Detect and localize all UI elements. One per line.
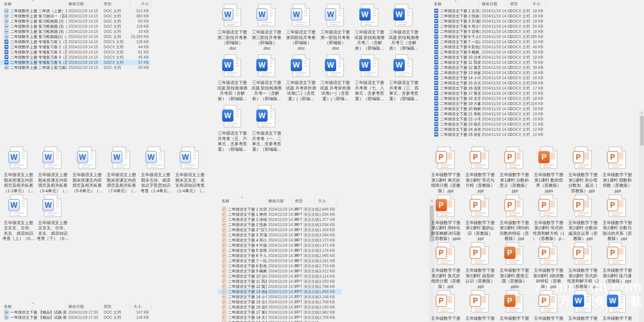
- file-row[interactable]: W二年级语文下册 21 青蛙卖泥塘 类文阅...2024/11/19 14:33…: [431, 111, 545, 117]
- file-icon-item[interactable]: W五年级语文上册 期末文言文、名 言俗语知识考查 （1-4单元）（...: [174, 146, 206, 169]
- file-icon-item[interactable]: W五年级语文上册 期末按课文内容 填空及相关拓展 （3-4单元）（...: [37, 146, 69, 169]
- file-row[interactable]: W二年级语文下册 24 当世界年纪还小的...2024/11/19 14:33D…: [431, 127, 545, 132]
- file-row[interactable]: W一年级语文下册 【精品】试题-第二单元...2024/11/19 17:33D…: [0, 315, 150, 320]
- column-header-name[interactable]: 名称: [222, 198, 229, 204]
- file-row[interactable]: W二年级数学上册 专项复习卷 4（苏教...2024/11/19 14:15DO…: [0, 55, 150, 60]
- file-icon-item[interactable]: P五年级数学下册 第3课时 3的倍数 的特征（苏教 版）.ppt: [533, 242, 565, 265]
- file-icon-item[interactable]: P五年级数学下册 第1课时 圆的认 识（苏教版） .ppt: [464, 194, 497, 217]
- file-icon-item[interactable]: P五年级数学下册 第1课时 因数和 倍数（苏教版） .ppt: [601, 146, 634, 169]
- file-row[interactable]: W二年级语文下册 11 我是一只小虫子 类...2024/11/19 14:33…: [431, 60, 545, 65]
- file-icon-item[interactable]: W三年级语文下册 第二阶段月考卷 （部编版） .doc: [216, 3, 249, 26]
- file-icon-item[interactable]: P五年级数学下册 第1课时 异分母 分数加、减法（ 苏教版）.ppt: [567, 146, 599, 169]
- file-row[interactable]: P二年级语文下册 2 传统节日（统编版）....2024/11/19 14:36…: [218, 217, 341, 222]
- file-row[interactable]: W一年级语文下册 【精品】试题-第八单元...2024/11/19 17:33D…: [0, 310, 150, 315]
- file-row[interactable]: W二年级语文下册 7 一匹出色的马 类文...2024/11/19 14:33D…: [431, 39, 545, 44]
- column-header-date-modified[interactable]: 修改日期: [268, 198, 284, 204]
- file-row[interactable]: W二年级语文下册 15 古诗二首 类文阅读...2024/11/19 14:33…: [431, 80, 545, 86]
- file-icon-item[interactable]: P五年级数学下册 第1课时 等式与 方程（苏教版） .ppt: [464, 146, 497, 169]
- file-row[interactable]: P二年级语文下册 14 小马过河（统编版...2024/11/19 14:37P…: [218, 294, 341, 299]
- file-row[interactable]: W二年级语文下册 1 古诗二首 类文阅读...2024/11/19 14:33D…: [431, 8, 545, 14]
- column-header-date-modified[interactable]: 修改日期: [68, 304, 84, 309]
- file-icon-item[interactable]: P五年级数学下册 第2课时 2和5的 倍数的特征（苏 教版）.ppt: [498, 194, 531, 217]
- column-header-date-modified[interactable]: 修改日期: [68, 1, 84, 6]
- file-row[interactable]: P二年级语文下册 19 大象的耳朵（统编...2024/11/19 14:37P…: [218, 320, 341, 322]
- file-row[interactable]: W二年级语文下册 8 彩色的梦 类文阅读...2024/11/19 14:33D…: [431, 44, 545, 50]
- file-icon-item[interactable]: P五年级数学下册 第2课时 图形王 国（苏教版） .pptx: [498, 242, 531, 265]
- file-icon-item[interactable]: W三年级语文下册 月考卷（三、四 单元，含参考答 案）（部编版...: [388, 54, 420, 77]
- column-header-name[interactable]: 名称: [4, 1, 12, 6]
- file-row[interactable]: P二年级语文下册 4 中国美食（统编版）....2024/11/19 14:36…: [218, 243, 341, 248]
- file-row[interactable]: P二年级语文下册 3 开满鲜花的小路（统...2024/11/19 14:36P…: [218, 232, 341, 238]
- file-row[interactable]: P二年级语文下册 1 古诗二首（统编版）....2024/11/19 14:36…: [218, 207, 341, 212]
- file-icon-item[interactable]: W三年级语文下册 月考卷（七、八 单元，含参考答 案）（部编版...: [353, 54, 386, 77]
- file-icon-item[interactable]: P五年级数学下册 第2课时 复式折 线统计图（苏教 版）.ppt: [430, 242, 462, 265]
- file-icon-item[interactable]: P五年级数学下册 第2课时 分数与 除法的关系（苏 教版）.ppt: [601, 194, 634, 217]
- file-icon-item[interactable]: P五年级数学下册 第2课时 扇形的 认识（苏教版） .ppt: [464, 242, 497, 265]
- file-row[interactable]: W二年级语文下册 25 羿射九日 类文阅读...2024/11/19 14:33…: [431, 132, 545, 137]
- file-icon-item-partial[interactable]: P五年级数学下册: [430, 289, 462, 313]
- file-row[interactable]: P二年级语文下册 10 沙滩上的童话（统...2024/11/19 14:37P…: [218, 274, 341, 279]
- file-row[interactable]: W二年级语文下册 14 小马过河 类文阅读...2024/11/19 14:33…: [431, 75, 545, 80]
- file-row[interactable]: P二年级语文下册 11 我是一只小虫子（...2024/11/19 14:37P…: [218, 279, 341, 284]
- file-row[interactable]: P二年级语文下册 9 枫树上的喜鹊（统编...2024/11/19 14:36P…: [218, 269, 341, 274]
- file-icon-item[interactable]: W五年级语文上册 文言文、古诗、 名言、成语知识 考查（上）（5-...: [2, 194, 35, 217]
- file-icon-item-partial[interactable]: W五年级数学下册: [601, 289, 634, 313]
- file-row[interactable]: W二年级数学上册 复习测试一（苏教版...2024/11/19 14:15DOC…: [0, 14, 150, 19]
- file-icon-item[interactable]: W三年级语文下册 试题 月考评价测 试卷(一)（含答 案）|（部编...: [319, 54, 352, 77]
- file-icon-item-partial[interactable]: P五年级数学下册: [464, 289, 497, 313]
- file-row[interactable]: W二年级语文下册 23 祖先的摇篮 类文阅...2024/11/19 14:33…: [431, 122, 545, 127]
- file-icon-item[interactable]: P五年级数学下册 第2课时 等式的 性质和解方程（1 ）（苏教版）.p...: [533, 194, 565, 217]
- file-row[interactable]: W二年级语文下册 2 找春天 类文阅读（...2024/11/19 14:33D…: [431, 14, 545, 19]
- file-row[interactable]: P二年级语文下册 6 千人糕（统编版）.ppt2024/11/19 14:36P…: [218, 253, 341, 258]
- file-row[interactable]: P二年级语文下册 8 彩色的梦（统编版）....2024/11/19 14:36…: [218, 263, 341, 269]
- file-icon-item[interactable]: W三年级语文下册 试题 阶段检测卷 月考二（含解 析）（部编版...: [353, 3, 386, 26]
- file-icon-item[interactable]: P五年级数学下册 第1课时 单式折 线统计图（苏教 版）.ppt: [430, 146, 462, 169]
- file-row[interactable]: W二年级语文下册 3 开满鲜花的小路 类...2024/11/19 14:33D…: [431, 19, 545, 24]
- file-icon-item[interactable]: P五年级数学下册 第1课时 数的世 界（苏教版） .pptx: [533, 146, 565, 169]
- file-icon-item[interactable]: W三年级语文下册 月考卷（一、二 单元，含参考答 案）（部编版...: [251, 104, 283, 128]
- file-icon-item[interactable]: P五年级数学下册 第1课时 分数的 意义（苏教版） .ppt: [498, 146, 531, 169]
- file-row[interactable]: W二年级语文下册 22 小毛虫 类文阅读（...2024/11/19 14:33…: [431, 117, 545, 122]
- file-icon-item[interactable]: W三年级语文下册 第一阶段月考卷 （部编版） .doc: [319, 3, 352, 26]
- file-row[interactable]: P二年级语文下册 5 雷锋叔叔，你在哪里...2024/11/19 14:36P…: [218, 248, 341, 253]
- file-row[interactable]: W二年级语文下册 19 大象的耳朵 类文阅...2024/11/19 14:33…: [431, 101, 545, 106]
- file-row[interactable]: W二年级语文下册 6 千人糕 类文阅读（...2024/11/19 14:33D…: [431, 34, 545, 39]
- file-row[interactable]: W二年级语文下册 12 寓言二则 类文阅读...2024/11/19 14:33…: [431, 65, 545, 70]
- file-row[interactable]: P二年级语文下册 1 神州谣（统编版）.ppt2024/11/19 14:36P…: [218, 212, 341, 217]
- file-icon-item[interactable]: P五年级数学下册 第3课时 练习课 （苏教版）.ppt: [601, 242, 634, 265]
- file-icon-item[interactable]: W三年级语文下册 试题 月考评价测 试卷(二)（含答 案）|（部编...: [285, 54, 317, 77]
- column-header-size[interactable]: 大小: [134, 304, 141, 309]
- file-row[interactable]: P二年级语文下册 18 太空生活趣事多（...2024/11/19 14:37P…: [218, 315, 341, 320]
- column-header-name[interactable]: 名称: [434, 1, 441, 6]
- file-row[interactable]: P二年级语文下册 4 邓小平爷爷植树（统...2024/11/19 14:36P…: [218, 238, 341, 243]
- file-row[interactable]: P二年级语文下册 16 雷雨（统编版）.ppt2024/11/19 14:37P…: [218, 305, 341, 310]
- file-row-selected[interactable]: P二年级语文下册 13 画杨桃（统编版）.p...2024/11/19 14:3…: [218, 289, 341, 294]
- file-row[interactable]: P二年级语文下册 3 “贝”的故事（统编版...2024/11/19 14:36…: [218, 227, 341, 232]
- file-icon-item[interactable]: P五年级数学下册 第3课时 等式的 性质和解方程（2 ）（苏教版）.p...: [567, 242, 599, 265]
- column-header-name[interactable]: 名称: [4, 304, 12, 309]
- file-icon-item[interactable]: P五年级数学下册 第2课时 分数加 减混合运算（苏 教版）.ppt: [567, 194, 599, 217]
- file-row[interactable]: W二年级数学上册 二年级上复习测试一（...2024/11/19 14:15DO…: [0, 65, 150, 70]
- file-row[interactable]: W二年级语文下册 10 沙滩上的童话 类文...2024/11/19 14:33…: [431, 55, 545, 60]
- file-row[interactable]: W二年级语文下册 9 枫树上的喜鹊 类文...2024/11/19 14:33D…: [431, 50, 545, 55]
- file-row[interactable]: W二年级数学上册 复习检测题(1)（苏教...2024/11/19 14:15D…: [0, 34, 150, 39]
- file-icon-item-partial[interactable]: P五年级数学下册: [533, 289, 565, 313]
- file-row[interactable]: W二年级数学上册 二年级（上册）质量...2024/11/19 14:15DOC…: [0, 8, 150, 14]
- file-row[interactable]: W二年级语文下册 5 雷锋叔叔，你在哪里 ...2024/11/19 14:33…: [431, 29, 545, 34]
- file-row[interactable]: W二年级语文下册 18 太空生活趣事多 类...2024/11/19 14:33…: [431, 96, 545, 101]
- column-header-type[interactable]: 类型: [104, 304, 111, 309]
- file-row[interactable]: W二年级数学上册 复习检测题 (3)（苏教...2024/11/19 14:15…: [0, 24, 150, 29]
- file-icon-item[interactable]: W五年级语文上册 期末按课文内容 填空及相关拓展 （1-2单元）（...: [2, 146, 35, 169]
- right-panel-scrollbar-thumb[interactable]: [640, 116, 644, 146]
- column-header-size[interactable]: 大小: [533, 1, 540, 6]
- file-icon-item[interactable]: W三年级语文下册 试题 阶段检测卷 月考四（含解 析）（部编版...: [216, 54, 249, 77]
- file-row[interactable]: W二年级语文下册 20 蜘蛛开店 类文阅读...2024/11/19 14:33…: [431, 106, 545, 111]
- file-icon-item[interactable]: W五年级语文上册 期末古诗、成语 加点字意思知识 考查（1-4单元...: [139, 146, 172, 169]
- file-row[interactable]: P二年级语文下册 15 古诗二首（统编版...2024/11/19 14:37P…: [218, 299, 341, 305]
- file-row[interactable]: P二年级语文下册 12 寓言二则（统编版...2024/11/19 14:37P…: [218, 284, 341, 289]
- file-row[interactable]: P二年级语文下册 7 一匹出色的马（统编...2024/11/19 14:36P…: [218, 258, 341, 263]
- file-icon-item[interactable]: W三年级语文下册 试题 阶段检测卷 月考一（含解 析）（部编版...: [251, 54, 283, 77]
- file-row[interactable]: W二年级数学上册 复习检测题 (4)（苏教...2024/11/19 14:15…: [0, 29, 150, 34]
- scroll-up-icon[interactable]: ∧: [639, 110, 644, 115]
- file-row[interactable]: W二年级数学上册 专项复习卷 1（苏教...2024/11/19 14:15DO…: [0, 39, 150, 44]
